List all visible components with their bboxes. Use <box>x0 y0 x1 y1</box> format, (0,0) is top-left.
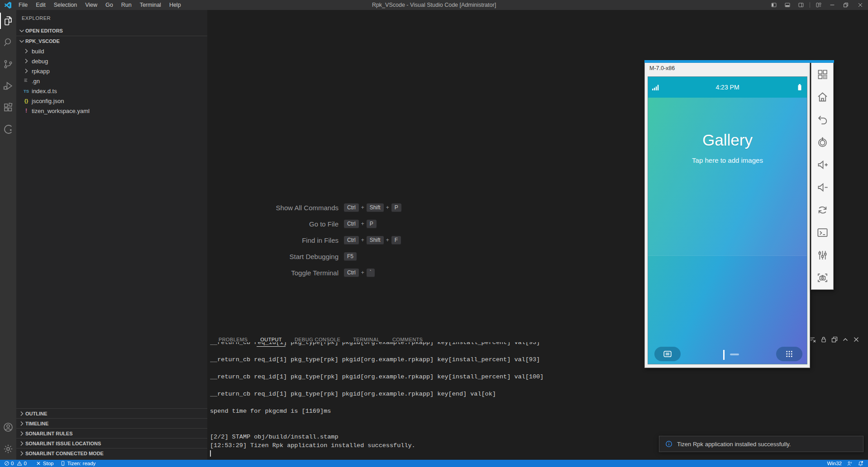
home-indicator-caret <box>723 350 725 360</box>
phone-status-bar: 4:23 PM <box>648 77 807 98</box>
tree-item-label: .gn <box>32 78 40 85</box>
platform-label[interactable]: Win32 <box>827 461 842 466</box>
title-bar: FileEditSelectionViewGoRunTerminalHelp R… <box>0 0 868 10</box>
tree-item-build[interactable]: build <box>16 46 207 56</box>
key-`: ` <box>367 269 375 277</box>
tizen-status[interactable]: Tizen: ready <box>60 461 95 467</box>
apps-grid-icon <box>784 349 794 359</box>
shell-icon[interactable] <box>811 221 833 244</box>
minimize-button[interactable] <box>825 0 839 10</box>
device-icon <box>60 461 66 467</box>
account-icon[interactable] <box>0 416 16 438</box>
app-drawer-button[interactable] <box>776 347 802 361</box>
close-button[interactable] <box>853 0 868 10</box>
activity-bar <box>0 10 16 460</box>
menu-selection[interactable]: Selection <box>50 0 81 10</box>
warning-icon <box>16 461 22 467</box>
open-editors-section[interactable]: OPEN EDITORS <box>16 26 207 36</box>
tree-item-label: debug <box>32 58 48 65</box>
gallery-add-images-hint[interactable]: Tap here to add images <box>648 156 807 164</box>
menu-terminal[interactable]: Terminal <box>136 0 165 10</box>
tree-item-tizen-workspace-yaml[interactable]: !tizen_workspace.yaml <box>16 106 207 116</box>
problems-status[interactable]: 0 0 <box>4 461 29 467</box>
key-shift: Shift <box>367 203 384 212</box>
key-separator: + <box>361 237 364 243</box>
feedback-icon[interactable] <box>846 460 853 467</box>
menu-view[interactable]: View <box>81 0 101 10</box>
restore-button[interactable] <box>839 0 853 10</box>
volume-down-icon[interactable] <box>811 176 833 198</box>
error-icon <box>4 461 10 467</box>
shortcut-row: Show All CommandsCtrl+Shift+P <box>207 202 615 213</box>
shortcut-row: Find in FilesCtrl+Shift+F <box>207 234 615 246</box>
menu-file[interactable]: File <box>14 0 32 10</box>
tizen-status-label: Tizen: ready <box>67 461 95 466</box>
section-timeline[interactable]: TIMELINE <box>16 418 207 428</box>
output-line <box>210 398 867 407</box>
customize-layout-icon[interactable] <box>812 0 825 10</box>
shortcut-label: Start Debugging <box>207 253 339 260</box>
maximize-panel-icon[interactable] <box>840 334 851 345</box>
tree-item-debug[interactable]: debug <box>16 56 207 66</box>
home-icon[interactable] <box>811 85 833 108</box>
search-icon[interactable] <box>0 32 16 53</box>
key-ctrl: Ctrl <box>344 269 359 277</box>
run-debug-icon[interactable] <box>0 75 16 97</box>
section-label: SONARLINT RULES <box>25 431 73 436</box>
power-icon[interactable] <box>811 131 833 153</box>
screenshot-icon[interactable] <box>811 266 833 289</box>
gallery-app[interactable]: Gallery Tap here to add images <box>648 98 807 364</box>
tree-item-label: rpkapp <box>32 68 50 75</box>
toggle-panel-icon[interactable] <box>781 0 794 10</box>
bell-icon[interactable] <box>857 460 863 467</box>
toggle-secondary-sidebar-icon[interactable] <box>794 0 808 10</box>
shortcut-row: Toggle TerminalCtrl+` <box>207 267 615 278</box>
stop-button[interactable]: Stop <box>36 461 54 467</box>
emulator-frame[interactable]: M-7.0-x86 Gallery Tap here to add images <box>644 63 810 368</box>
chevron-right-icon <box>23 47 30 55</box>
controls-icon[interactable] <box>811 244 833 266</box>
task-switcher-button[interactable] <box>654 347 681 361</box>
source-control-icon[interactable] <box>0 53 16 75</box>
toggle-sidebar-icon[interactable] <box>767 0 781 10</box>
phone-screen[interactable]: Gallery Tap here to add images 4:23 PM <box>648 76 807 364</box>
activity-bar-bottom <box>0 416 16 460</box>
notification-toast[interactable]: Tizen Rpk application installed successf… <box>659 436 863 452</box>
chevron-right-icon <box>18 420 25 427</box>
menu-run[interactable]: Run <box>117 0 136 10</box>
shortcut-keys: F5 <box>344 252 357 261</box>
vscode-logo-icon <box>4 1 12 9</box>
output-line: spend time for pkgcmd is [1169]ms <box>210 407 867 415</box>
section-label: SONARLINT ISSUE LOCATIONS <box>25 441 101 446</box>
tree-item-index-d-ts[interactable]: TSindex.d.ts <box>16 86 207 96</box>
tree-item--gn[interactable]: .gn <box>16 76 207 86</box>
menu-edit[interactable]: Edit <box>32 0 50 10</box>
explorer-sidebar: EXPLORER OPEN EDITORS RPK_VSCODE buildde… <box>16 10 207 460</box>
section-outline[interactable]: OUTLINE <box>16 408 207 418</box>
key-separator: + <box>361 221 364 227</box>
list-pill-icon <box>663 349 672 359</box>
explorer-icon[interactable] <box>0 10 16 32</box>
section-sonarlint-connected-mode[interactable]: SONARLINT CONNECTED MODE <box>16 448 207 458</box>
section-sonarlint-issue-locations[interactable]: SONARLINT ISSUE LOCATIONS <box>16 438 207 448</box>
section-label: OUTLINE <box>25 411 47 416</box>
menu-go[interactable]: Go <box>101 0 117 10</box>
tree-item-jsconfig-json[interactable]: {}jsconfig.json <box>16 96 207 106</box>
key-shift: Shift <box>367 236 384 245</box>
output-line <box>210 381 867 390</box>
key-separator: + <box>386 237 389 243</box>
tree-item-rpkapp[interactable]: rpkapp <box>16 66 207 76</box>
menu-help[interactable]: Help <box>165 0 185 10</box>
multiwindow-icon[interactable] <box>811 63 833 85</box>
workspace-root-section[interactable]: RPK_VSCODE <box>16 36 207 46</box>
sonarlint-icon[interactable] <box>0 118 16 140</box>
back-icon[interactable] <box>811 108 833 131</box>
section-sonarlint-rules[interactable]: SONARLINT RULES <box>16 428 207 438</box>
settings-gear-icon[interactable] <box>0 438 16 460</box>
volume-up-icon[interactable] <box>811 153 833 176</box>
rotate-icon[interactable] <box>811 198 833 221</box>
status-bar: 0 0 Stop Tizen: ready Win32 <box>0 460 868 467</box>
close-panel-icon[interactable] <box>851 334 862 345</box>
extensions-icon[interactable] <box>0 97 16 118</box>
tree-item-label: tizen_workspace.yaml <box>32 108 90 114</box>
